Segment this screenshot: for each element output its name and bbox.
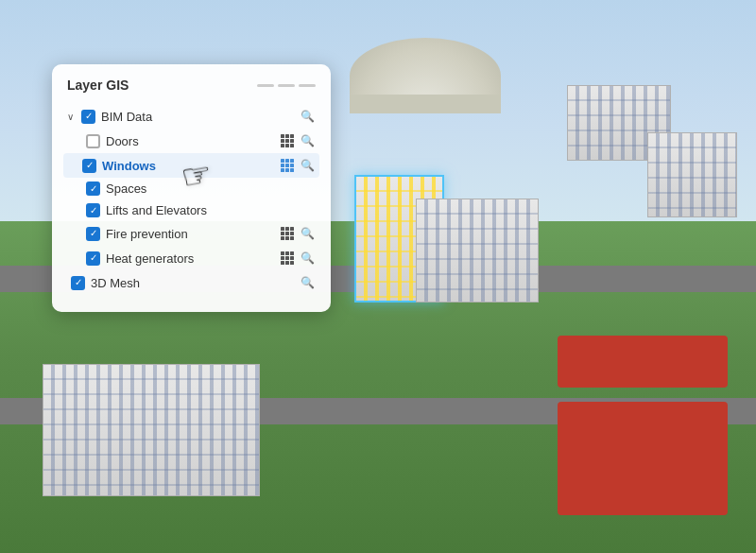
layer-label-lifts: Lifts and Elevators [106,203,316,217]
checkbox-windows[interactable]: ✓ [82,159,96,173]
grid-icon-doors[interactable] [279,132,296,149]
layer-item-windows[interactable]: ✓ Windows 🔍 [63,153,319,178]
panel-dot-1 [257,84,274,87]
action-icons-heat: 🔍 [279,250,316,267]
layer-label-windows: Windows [102,159,273,173]
checkbox-bim-data[interactable]: ✓ [81,110,95,124]
dome-building [350,19,501,113]
checkbox-spaces[interactable]: ✓ [86,181,100,196]
layer-label-mesh: 3D Mesh [91,276,293,290]
layer-label-fire: Fire prevention [106,227,273,241]
layer-label-bim-data: BIM Data [101,110,293,124]
grid-icon-heat[interactable] [279,250,296,267]
building-top-right-2 [647,132,737,217]
search-icon-fire[interactable]: 🔍 [299,225,316,242]
layer-label-spaces: Spaces [106,181,316,196]
panel-dot-2 [278,84,295,87]
search-icon-heat[interactable]: 🔍 [299,250,316,267]
layer-item-doors[interactable]: Doors 🔍 [67,129,316,153]
layer-item-spaces[interactable]: ✓ Spaces [67,178,316,199]
layer-item-bim-data[interactable]: ∨ ✓ BIM Data 🔍 [67,104,316,129]
building-center-right [416,199,539,302]
checkbox-mesh[interactable]: ✓ [71,276,85,290]
action-icons-fire: 🔍 [279,225,316,242]
chevron-icon: ∨ [67,112,74,122]
layer-item-lifts-elevators[interactable]: ✓ Lifts and Elevators [67,199,316,221]
search-icon-bim-data[interactable]: 🔍 [299,108,316,125]
checkbox-lifts[interactable]: ✓ [86,203,100,217]
action-icons-bim-data: 🔍 [299,108,316,125]
action-icons-mesh: 🔍 [299,274,316,291]
layer-item-3d-mesh[interactable]: ✓ 3D Mesh 🔍 [67,270,316,295]
layer-list: ∨ ✓ BIM Data 🔍 Doors [67,104,316,295]
layer-item-heat-generators[interactable]: ✓ Heat generators 🔍 [67,246,316,270]
search-icon-windows[interactable]: 🔍 [299,157,316,174]
sports-area [558,402,728,515]
panel-header: Layer GIS [67,78,316,93]
search-icon-mesh[interactable]: 🔍 [299,274,316,291]
checkbox-fire[interactable]: ✓ [86,227,100,241]
building-bottom-left [43,364,260,496]
panel-dots [257,84,316,87]
layer-item-fire-prevention[interactable]: ✓ Fire prevention 🔍 [67,221,316,246]
panel-title: Layer GIS [67,78,251,93]
layer-label-heat: Heat generators [106,251,273,266]
sports-area-2 [558,336,728,388]
panel-dot-3 [299,84,316,87]
checkbox-heat[interactable]: ✓ [86,251,100,266]
layer-label-doors: Doors [106,134,273,148]
search-icon-doors[interactable]: 🔍 [299,132,316,149]
checkbox-doors[interactable] [86,134,100,148]
grid-icon-windows[interactable] [279,157,296,174]
grid-icon-fire[interactable] [279,225,296,242]
layer-panel: Layer GIS ∨ ✓ BIM Data 🔍 Doors [52,64,331,312]
action-icons-windows: 🔍 [279,157,316,174]
action-icons-doors: 🔍 [279,132,316,149]
